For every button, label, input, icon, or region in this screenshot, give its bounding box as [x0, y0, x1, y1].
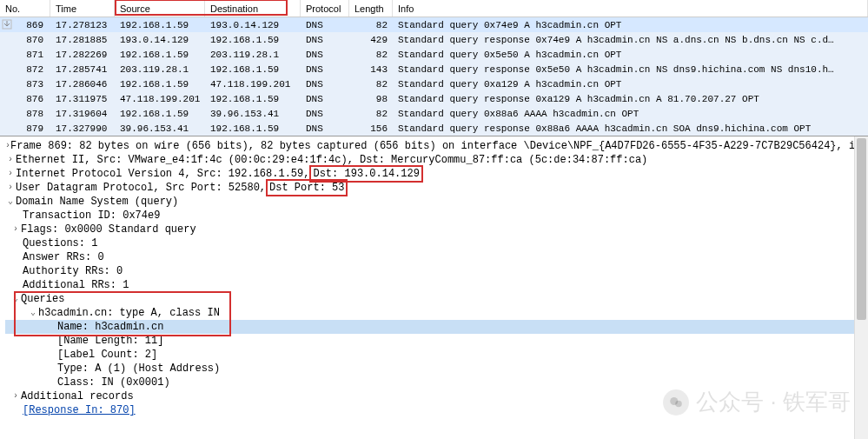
cell: 47.118.199.201 — [115, 94, 205, 104]
detail-queries: Queries — [21, 292, 64, 306]
col-header-protocol[interactable]: Protocol — [301, 0, 349, 17]
detail-frame: Frame 869: 82 bytes on wire (656 bits), … — [10, 139, 868, 153]
cell: 17.327990 — [50, 123, 115, 134]
detail-txid: Transaction ID: 0x74e9 — [23, 209, 160, 223]
cell: 873 — [0, 79, 50, 90]
detail-addl-records: Additional records — [21, 389, 134, 403]
tree-query-type[interactable]: Type: A (1) (Host Address) — [5, 362, 863, 376]
col-header-info[interactable]: Info — [393, 0, 868, 17]
tree-ip[interactable]: › Internet Protocol Version 4, Src: 192.… — [5, 167, 863, 181]
detail-query-item: h3cadmin.cn: type A, class IN — [38, 306, 220, 320]
table-row[interactable]: 87817.319604192.168.1.5939.96.153.41DNS8… — [0, 106, 868, 121]
tree-transaction-id[interactable]: Transaction ID: 0x74e9 — [5, 209, 863, 223]
cell: Standard query response 0xa129 A h3cadmi… — [393, 94, 868, 104]
chevron-right-icon[interactable]: › — [10, 223, 21, 236]
cell: Standard query 0x5e50 A h3cadmin.cn OPT — [393, 50, 868, 60]
detail-dns: Domain Name System (query) — [16, 195, 178, 209]
detail-addl-rrs: Additional RRs: 1 — [23, 278, 129, 292]
cell: 879 — [0, 123, 50, 134]
cell: Standard query response 0x88a6 AAAA h3ca… — [393, 123, 868, 134]
cell: 192.168.1.59 — [115, 109, 205, 119]
cell: 203.119.28.1 — [205, 50, 301, 60]
tree-addl-rrs[interactable]: Additional RRs: 1 — [5, 278, 863, 292]
cell: Standard query response 0x74e9 A h3cadmi… — [393, 35, 868, 45]
cell: DNS — [301, 123, 349, 134]
detail-response-in[interactable]: [Response In: 870] — [23, 403, 136, 417]
tree-auth-rrs[interactable]: Authority RRs: 0 — [5, 264, 863, 278]
tree-questions[interactable]: Questions: 1 — [5, 236, 863, 250]
chevron-down-icon[interactable]: ⌄ — [5, 195, 16, 209]
cell: 878 — [0, 109, 50, 119]
tree-name-length[interactable]: [Name Length: 11] — [5, 334, 863, 348]
packet-details-pane[interactable]: › Frame 869: 82 bytes on wire (656 bits)… — [0, 136, 868, 439]
cell: 82 — [349, 50, 393, 60]
tree-ethernet[interactable]: › Ethernet II, Src: VMware_e4:1f:4c (00:… — [5, 153, 863, 167]
tree-udp[interactable]: › User Datagram Protocol, Src Port: 5258… — [5, 181, 863, 195]
table-row[interactable]: 87917.32799039.96.153.41192.168.1.59DNS1… — [0, 121, 868, 136]
col-header-destination[interactable]: Destination — [205, 0, 301, 17]
detail-udp-dst: Dst Port: 53 — [269, 182, 344, 194]
tree-label-count[interactable]: [Label Count: 2] — [5, 348, 863, 362]
cell: 192.168.1.59 — [115, 79, 205, 90]
cell: 193.0.14.129 — [205, 20, 301, 30]
cell: 17.311975 — [50, 94, 115, 104]
table-row[interactable]: 86917.278123192.168.1.59193.0.14.129DNS8… — [0, 17, 868, 32]
tree-query-item[interactable]: ⌄h3cadmin.cn: type A, class IN — [5, 306, 863, 320]
cell: 17.319604 — [50, 109, 115, 119]
detail-name-len: [Name Length: 11] — [57, 334, 163, 348]
detail-auth-rrs: Authority RRs: 0 — [23, 264, 123, 278]
chevron-right-icon[interactable]: › — [5, 181, 16, 195]
chevron-down-icon[interactable]: ⌄ — [10, 292, 21, 306]
cell: 203.119.28.1 — [115, 64, 205, 75]
cell: 193.0.14.129 — [115, 35, 205, 45]
chevron-down-icon[interactable]: ⌄ — [28, 306, 38, 320]
scrollbar-thumb[interactable] — [857, 138, 866, 320]
table-row[interactable]: 87217.285741203.119.28.1192.168.1.59DNS1… — [0, 62, 868, 76]
chevron-right-icon[interactable]: › — [5, 167, 16, 181]
tree-queries[interactable]: ⌄Queries — [5, 292, 863, 306]
packet-rows: 86917.278123192.168.1.59193.0.14.129DNS8… — [0, 17, 868, 136]
chevron-right-icon[interactable]: › — [10, 389, 21, 403]
cell: Standard query 0x88a6 AAAA h3cadmin.cn O… — [393, 109, 868, 119]
cell: DNS — [301, 50, 349, 60]
tree-response-in[interactable]: [Response In: 870] — [5, 403, 863, 417]
tree-query-name[interactable]: Name: h3cadmin.cn — [5, 320, 863, 334]
cell: 872 — [0, 64, 50, 75]
tree-query-class[interactable]: Class: IN (0x0001) — [5, 376, 863, 389]
tree-flags[interactable]: ›Flags: 0x0000 Standard query — [5, 223, 863, 236]
detail-type: Type: A (1) (Host Address) — [57, 362, 220, 376]
col-header-length[interactable]: Length — [349, 0, 393, 17]
table-row[interactable]: 87617.31197547.118.199.201192.168.1.59DN… — [0, 91, 868, 106]
cell: Standard query response 0x5e50 A h3cadmi… — [393, 64, 868, 75]
cell: Standard query 0xa129 A h3cadmin.cn OPT — [393, 79, 868, 90]
detail-flags: Flags: 0x0000 Standard query — [21, 223, 196, 236]
tree-answer-rrs[interactable]: Answer RRs: 0 — [5, 250, 863, 264]
tree-dns[interactable]: ⌄ Domain Name System (query) — [5, 195, 863, 209]
tree-frame[interactable]: › Frame 869: 82 bytes on wire (656 bits)… — [5, 139, 863, 153]
cell: 39.96.153.41 — [115, 123, 205, 134]
detail-answer-rrs: Answer RRs: 0 — [23, 250, 104, 264]
cell: 17.281885 — [50, 35, 115, 45]
col-header-no[interactable]: No. — [0, 0, 50, 17]
detail-label-count: [Label Count: 2] — [57, 348, 157, 362]
col-header-time[interactable]: Time — [50, 0, 115, 17]
chevron-right-icon[interactable]: › — [5, 153, 16, 167]
table-row[interactable]: 87117.282269192.168.1.59203.119.28.1DNS8… — [0, 47, 868, 62]
cell: DNS — [301, 64, 349, 75]
cell: 143 — [349, 64, 393, 75]
detail-class: Class: IN (0x0001) — [57, 376, 170, 389]
col-header-source[interactable]: Source — [115, 0, 205, 17]
detail-questions: Questions: 1 — [23, 236, 97, 250]
vertical-scrollbar[interactable] — [854, 136, 868, 439]
cell: 192.168.1.59 — [205, 35, 301, 45]
cell: 429 — [349, 35, 393, 45]
table-row[interactable]: 87317.286046192.168.1.5947.118.199.201DN… — [0, 76, 868, 91]
cell: 192.168.1.59 — [205, 64, 301, 75]
annotation-dst-port: Dst Port: 53 — [266, 179, 348, 196]
packet-list-header: No. Time Source Destination Protocol Len… — [0, 0, 868, 17]
cell: 876 — [0, 94, 50, 104]
table-row[interactable]: 87017.281885193.0.14.129192.168.1.59DNS4… — [0, 32, 868, 47]
cell: 47.118.199.201 — [205, 79, 301, 90]
tree-addl-records[interactable]: ›Additional records — [5, 389, 863, 403]
cell: 17.285741 — [50, 64, 115, 75]
